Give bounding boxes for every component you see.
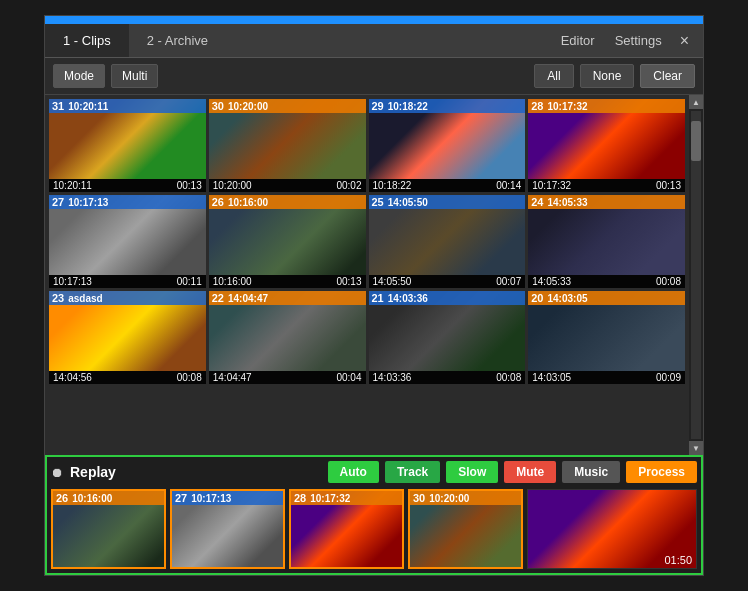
clip-timestamp: 10:18:22: [388, 101, 428, 112]
clip-timestamp: 14:04:47: [228, 293, 268, 304]
clip-duration: 00:13: [656, 180, 681, 191]
replay-clip-time: 10:17:32: [310, 493, 350, 504]
clip-cell[interactable]: 26 10:16:00 10:16:00 00:13: [209, 195, 366, 288]
scroll-thumb[interactable]: [691, 121, 701, 161]
clip-timestamp: 10:17:13: [68, 197, 108, 208]
clip-footer-time: 14:03:36: [373, 372, 412, 383]
clip-duration: 00:11: [177, 276, 202, 287]
clip-duration: 00:07: [496, 276, 521, 287]
tab-archive[interactable]: 2 - Archive: [129, 24, 226, 57]
clip-number: 31: [52, 100, 64, 112]
clip-footer-time: 14:04:56: [53, 372, 92, 383]
clip-footer-time: 14:05:50: [373, 276, 412, 287]
clip-timestamp: 10:20:11: [68, 101, 108, 112]
auto-button[interactable]: Auto: [328, 461, 379, 483]
clip-number: 23: [52, 292, 64, 304]
grid-scroll: 31 10:20:11 10:20:11 00:13 30 10:20:00 1…: [45, 95, 703, 455]
clip-cell[interactable]: 23 asdasd 14:04:56 00:08: [49, 291, 206, 384]
clip-footer-time: 10:17:13: [53, 276, 92, 287]
replay-clip-time: 10:16:00: [72, 493, 112, 504]
clip-number: 29: [372, 100, 384, 112]
clip-footer-time: 14:05:33: [532, 276, 571, 287]
clip-duration: 00:02: [336, 180, 361, 191]
clip-duration: 00:09: [656, 372, 681, 383]
replay-clip-time: 10:20:00: [429, 493, 469, 504]
mute-button[interactable]: Mute: [504, 461, 556, 483]
clip-cell[interactable]: 30 10:20:00 10:20:00 00:02: [209, 99, 366, 192]
replay-last-clip[interactable]: 01:50: [527, 489, 697, 569]
clip-footer-time: 14:03:05: [532, 372, 571, 383]
tab-clips[interactable]: 1 - Clips: [45, 24, 129, 57]
clip-grid-area: 31 10:20:11 10:20:11 00:13 30 10:20:00 1…: [45, 95, 689, 455]
clip-cell[interactable]: 20 14:03:05 14:03:05 00:09: [528, 291, 685, 384]
editor-button[interactable]: Editor: [555, 31, 601, 50]
clip-timestamp: 10:16:00: [228, 197, 268, 208]
music-button[interactable]: Music: [562, 461, 620, 483]
toolbar: Mode Multi All None Clear: [45, 58, 703, 95]
clip-cell[interactable]: 29 10:18:22 10:18:22 00:14: [369, 99, 526, 192]
clip-cell[interactable]: 25 14:05:50 14:05:50 00:07: [369, 195, 526, 288]
multi-button[interactable]: Multi: [111, 64, 158, 88]
clip-timestamp: 10:17:32: [548, 101, 588, 112]
track-button[interactable]: Track: [385, 461, 440, 483]
settings-button[interactable]: Settings: [609, 31, 668, 50]
clip-cell[interactable]: 31 10:20:11 10:20:11 00:13: [49, 99, 206, 192]
clip-timestamp: asdasd: [68, 293, 102, 304]
tab-archive-label: 2 - Archive: [147, 33, 208, 48]
clip-timestamp: 10:20:00: [228, 101, 268, 112]
replay-clip[interactable]: 27 10:17:13: [170, 489, 285, 569]
title-bar: [45, 16, 703, 24]
clip-duration: 00:04: [336, 372, 361, 383]
clip-cell[interactable]: 27 10:17:13 10:17:13 00:11: [49, 195, 206, 288]
replay-clip-num: 26: [56, 492, 68, 504]
clip-number: 20: [531, 292, 543, 304]
scroll-up-button[interactable]: ▲: [689, 95, 703, 109]
clip-cell[interactable]: 24 14:05:33 14:05:33 00:08: [528, 195, 685, 288]
all-button[interactable]: All: [534, 64, 573, 88]
clip-duration: 00:08: [177, 372, 202, 383]
close-button[interactable]: ×: [676, 32, 693, 50]
clip-duration: 00:13: [177, 180, 202, 191]
replay-clip[interactable]: 28 10:17:32: [289, 489, 404, 569]
clip-duration: 00:08: [656, 276, 681, 287]
clip-number: 21: [372, 292, 384, 304]
clip-footer-time: 10:17:32: [532, 180, 571, 191]
clip-footer-time: 10:20:11: [53, 180, 92, 191]
tab-bar: 1 - Clips 2 - Archive Editor Settings ×: [45, 24, 703, 58]
clip-footer-time: 10:18:22: [373, 180, 412, 191]
replay-title: Replay: [70, 464, 322, 480]
clip-duration: 00:13: [336, 276, 361, 287]
app-window: 1 - Clips 2 - Archive Editor Settings × …: [44, 15, 704, 576]
clip-number: 26: [212, 196, 224, 208]
clip-cell[interactable]: 28 10:17:32 10:17:32 00:13: [528, 99, 685, 192]
replay-header: ⏺ Replay Auto Track Slow Mute Music Proc…: [51, 461, 697, 483]
mode-button[interactable]: Mode: [53, 64, 105, 88]
replay-clip-num: 28: [294, 492, 306, 504]
clip-number: 22: [212, 292, 224, 304]
scrollbar[interactable]: ▲ ▼: [689, 95, 703, 455]
tab-action-area: Editor Settings ×: [545, 24, 703, 57]
clip-footer-time: 10:20:00: [213, 180, 252, 191]
clip-duration: 00:14: [496, 180, 521, 191]
clip-grid: 31 10:20:11 10:20:11 00:13 30 10:20:00 1…: [49, 99, 685, 384]
clip-number: 25: [372, 196, 384, 208]
replay-clip[interactable]: 30 10:20:00: [408, 489, 523, 569]
tab-clips-label: 1 - Clips: [63, 33, 111, 48]
clip-footer-time: 14:04:47: [213, 372, 252, 383]
clip-duration: 00:08: [496, 372, 521, 383]
last-clip-time: 01:50: [664, 554, 692, 566]
replay-clip-num: 27: [175, 492, 187, 504]
clip-cell[interactable]: 21 14:03:36 14:03:36 00:08: [369, 291, 526, 384]
clip-footer-time: 10:16:00: [213, 276, 252, 287]
none-button[interactable]: None: [580, 64, 635, 88]
slow-button[interactable]: Slow: [446, 461, 498, 483]
scroll-down-button[interactable]: ▼: [689, 441, 703, 455]
replay-icon: ⏺: [51, 465, 64, 480]
replay-clip[interactable]: 26 10:16:00: [51, 489, 166, 569]
clip-cell[interactable]: 22 14:04:47 14:04:47 00:04: [209, 291, 366, 384]
clip-timestamp: 14:05:33: [548, 197, 588, 208]
process-button[interactable]: Process: [626, 461, 697, 483]
clip-number: 30: [212, 100, 224, 112]
clear-button[interactable]: Clear: [640, 64, 695, 88]
replay-section: ⏺ Replay Auto Track Slow Mute Music Proc…: [45, 455, 703, 575]
